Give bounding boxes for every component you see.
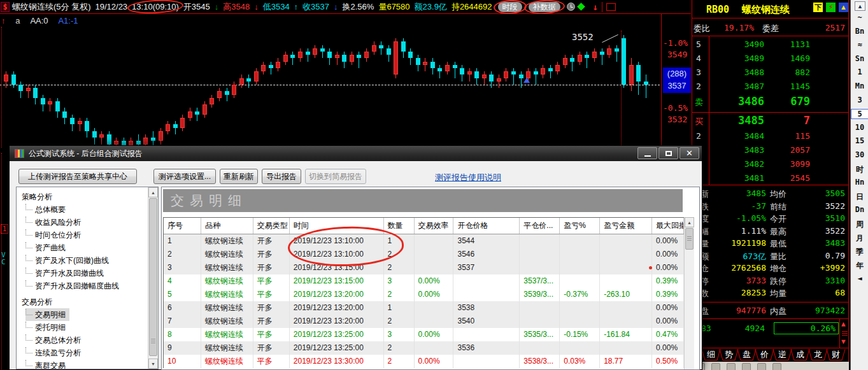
table-row-4[interactable]: 4螺纹钢连续平多2019/12/23 13:15:0030.00%3537/3.… [164, 274, 684, 288]
clock-icon[interactable] [567, 3, 575, 11]
tree-item-离群交易[interactable]: 离群交易 [25, 359, 158, 369]
dialog-button-1[interactable]: 上传测评报告至策略共享中心 [18, 169, 137, 184]
tree-item-收益风险分析[interactable]: 收益风险分析 [25, 216, 158, 229]
quote-tab-龙[interactable]: 龙 [809, 349, 827, 360]
candlestick-chart[interactable]: -1.0% 3549 (288) 3537 -0.5% 3532 3552 [0, 14, 691, 148]
period-item-周[interactable]: 周 [851, 219, 868, 230]
period-item-10[interactable]: 10 [851, 123, 868, 132]
table-row-5[interactable]: 5螺纹钢连续平多2019/12/23 13:20:0020.00%3539/3.… [164, 288, 684, 301]
period-item-季[interactable]: 季 [851, 246, 868, 257]
stat-label: 增仓 [770, 263, 786, 274]
minimize-button[interactable] [637, 147, 657, 159]
tree-scrollbar[interactable]: ▲ ▼ [148, 187, 158, 369]
table-row-10[interactable]: 10螺纹钢连续平多2019/12/23 13:30:0020.00%3538/3… [164, 355, 684, 368]
candle-up-body [203, 104, 207, 115]
period-item-≈[interactable]: ≈ [851, 40, 868, 49]
table-scrollbar[interactable]: ▲ [684, 217, 694, 369]
candle-down-body [615, 48, 619, 52]
list-grip-icon[interactable] [842, 331, 848, 336]
period-item-Mn[interactable]: Mn [851, 82, 868, 90]
scroll-down-arrow-icon[interactable]: ▼ [148, 359, 158, 369]
period-item-30[interactable]: 30 [851, 150, 868, 159]
table-row-2[interactable]: 2螺纹钢连续开多2019/12/23 13:10:00235460.00% [164, 248, 684, 261]
cell: 2019/12/23 13:25:00 [290, 328, 384, 341]
cell: 2019/12/23 13:20:00 [290, 301, 384, 315]
dialog-button-3[interactable]: 重新刷新 [220, 169, 258, 184]
period-item-年[interactable]: 年 [851, 260, 868, 271]
maximize-button[interactable] [658, 147, 678, 159]
candle-down-body [474, 71, 479, 78]
mini-icon[interactable] [757, 363, 766, 370]
tree-item-总体概要[interactable]: 总体概要 [25, 203, 158, 216]
quote-tab-势[interactable]: 势 [720, 349, 737, 360]
period-item-~[interactable]: ~ [851, 13, 868, 22]
fill-data-button[interactable]: 补数据 [529, 2, 560, 12]
dialog-button-4[interactable]: 导出报告 [262, 169, 301, 184]
tree-item-连续盈亏分析[interactable]: 连续盈亏分析 [25, 346, 158, 359]
tree-item-资产升水及回撤幅度曲线[interactable]: 资产升水及回撤幅度曲线 [25, 280, 158, 292]
period-item-Bn[interactable]: Bn [851, 27, 868, 36]
table-row-7[interactable]: 7螺纹钢连续开多2019/12/23 13:20:00235400.00% [164, 315, 684, 328]
quote-tool-button[interactable]: ⚡ [826, 3, 836, 12]
mini-icon[interactable] [742, 363, 751, 370]
tree-item-资产及水下(回撤)曲线[interactable]: 资产及水下(回撤)曲线 [25, 254, 158, 267]
period-item-Dn[interactable]: Dn [851, 205, 868, 214]
mini-icon[interactable] [711, 363, 720, 370]
scroll-up-arrow-icon[interactable]: ▲ [148, 187, 158, 197]
scroll-up-arrow-icon[interactable]: ▲ [841, 320, 846, 328]
period-item-15[interactable]: 15 [851, 136, 868, 145]
app-logo-icon[interactable]: $ [1, 2, 10, 12]
quote-tab-价[interactable]: 价 [756, 349, 773, 360]
period-item-Sn[interactable]: Sn [851, 54, 868, 63]
tree-section-交易分析[interactable]: 交易分析 [22, 297, 158, 307]
quote-field: 高3548 [223, 1, 250, 13]
cell: 螺纹钢连续 [201, 288, 253, 301]
period-item-◄[interactable]: ◄ [851, 274, 868, 283]
quote-tool-button[interactable]: ▲ [839, 3, 848, 12]
quote-tab-成[interactable]: 成 [792, 349, 809, 360]
scroll-up-icon[interactable]: ▲ [855, 1, 865, 11]
quote-tab-细[interactable]: 细 [702, 349, 720, 360]
period-button[interactable]: 时段 [498, 2, 522, 12]
table-row-3[interactable]: 3螺纹钢连续开多2019/12/23 13:15:00235370.00% [164, 261, 684, 274]
tree-section-策略分析[interactable]: 策略分析 [22, 192, 158, 202]
dialog-title-bar[interactable]: 公式测试系统 - 后台组合测试报告 [10, 146, 702, 161]
tree-item-交易总体分析[interactable]: 交易总体分析 [25, 334, 158, 346]
quote-tab-盘[interactable]: 盘 [738, 349, 755, 360]
tree-item-委托明细[interactable]: 委托明细 [25, 321, 158, 334]
period-item-月[interactable]: 月 [851, 233, 868, 244]
period-item-Hn[interactable]: Hn [851, 178, 868, 187]
quote-tool-button[interactable]: 下 [813, 3, 823, 12]
candle-down-body [534, 71, 538, 75]
stat-value: +3992 [788, 263, 845, 273]
cell [415, 341, 454, 355]
cell [453, 274, 520, 288]
period-item-3[interactable]: 3 [851, 96, 868, 104]
report-help-link[interactable]: 测评报告使用说明 [435, 172, 501, 183]
tree-item-时间仓位分析[interactable]: 时间仓位分析 [25, 229, 158, 241]
ask-volume: 1131 [767, 39, 810, 49]
table-row-1[interactable]: 1螺纹钢连续开多2019/12/23 13:10:00135440.00% [164, 234, 684, 248]
stat-label: 跌停 [770, 276, 786, 287]
period-item-5[interactable]: 5 [851, 109, 868, 119]
period-item-日[interactable]: 日 [851, 192, 868, 203]
stat-value: 1.11% [709, 226, 766, 236]
close-button[interactable]: ✕ [679, 147, 699, 159]
tree-item-交易明细[interactable]: 交易明细 [25, 308, 69, 321]
scroll-down-arrow-icon[interactable]: ▼ [841, 338, 846, 346]
period-item-1[interactable]: 1 [851, 68, 868, 76]
table-row-9[interactable]: 9螺纹钢连续开多2019/12/23 13:25:00235360.00% [164, 341, 684, 355]
period-item-时[interactable]: 时 [851, 164, 868, 175]
mini-icon[interactable] [727, 363, 736, 370]
stat-value: 3522 [788, 201, 845, 211]
tree-item-资产曲线[interactable]: 资产曲线 [25, 241, 158, 254]
table-row-8[interactable]: 8螺纹钢连续平多2019/12/23 13:25:0030.00%3535/3.… [164, 328, 684, 341]
scroll-up-arrow-icon[interactable]: ▲ [685, 217, 694, 227]
tree-item-资产升水及回撤曲线[interactable]: 资产升水及回撤曲线 [25, 267, 158, 280]
dialog-button-2[interactable]: 测评选项设置... [153, 169, 216, 184]
table-row-6[interactable]: 6螺纹钢连续开多2019/12/23 13:20:00135380.00% [164, 301, 684, 315]
mini-icon[interactable] [772, 363, 781, 370]
quote-tab-财[interactable]: 财 [827, 349, 844, 360]
quote-tab-逆[interactable]: 逆 [774, 349, 791, 360]
left-edge-vc-label: VC [1, 252, 8, 266]
